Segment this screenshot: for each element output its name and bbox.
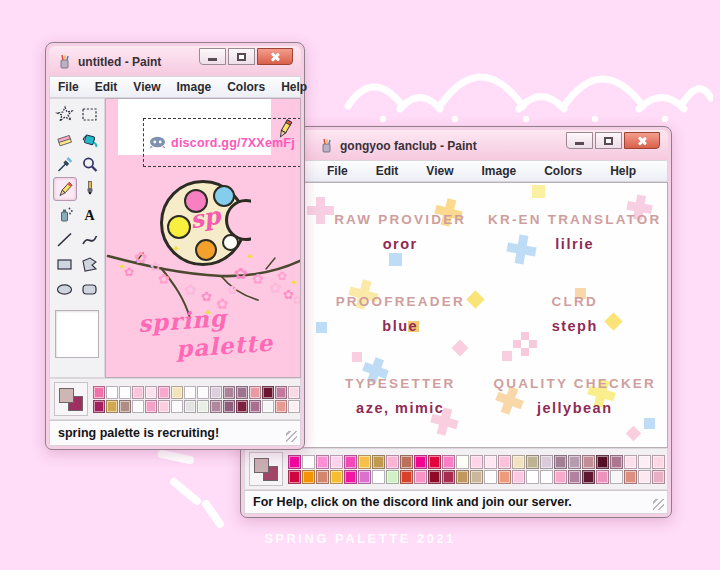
color-swatch[interactable] [414, 455, 427, 469]
tool-options-box[interactable] [55, 310, 99, 358]
tool-text[interactable]: A [78, 202, 102, 226]
color-swatch[interactable] [512, 455, 525, 469]
color-swatch[interactable] [93, 386, 105, 399]
color-swatch[interactable] [275, 386, 287, 399]
color-swatch[interactable] [184, 400, 196, 413]
color-swatch[interactable] [132, 386, 144, 399]
left-titlebar[interactable]: untitled - Paint [49, 46, 301, 76]
color-swatch[interactable] [372, 455, 385, 469]
close-button[interactable] [257, 48, 293, 65]
color-swatch[interactable] [456, 470, 469, 484]
tool-eraser[interactable] [53, 127, 77, 151]
color-swatch[interactable] [262, 400, 274, 413]
color-swatch[interactable] [330, 470, 343, 484]
tool-line[interactable] [53, 227, 77, 251]
menu-item-image[interactable]: Image [467, 164, 530, 178]
color-swatch[interactable] [106, 400, 118, 413]
tool-rectangle[interactable] [53, 252, 77, 276]
color-swatch[interactable] [145, 400, 157, 413]
color-swatch[interactable] [428, 455, 441, 469]
color-swatch[interactable] [236, 386, 248, 399]
color-swatch[interactable] [171, 386, 183, 399]
color-swatch[interactable] [610, 455, 623, 469]
color-swatch[interactable] [568, 455, 581, 469]
color-swatch[interactable] [197, 400, 209, 413]
color-swatch[interactable] [249, 386, 261, 399]
color-swatch[interactable] [400, 455, 413, 469]
color-swatch[interactable] [93, 400, 105, 413]
color-swatch[interactable] [484, 470, 497, 484]
color-swatch[interactable] [171, 400, 183, 413]
tool-pencil[interactable] [53, 177, 77, 201]
color-swatch[interactable] [456, 455, 469, 469]
maximize-button[interactable] [228, 48, 255, 65]
tool-polygon[interactable] [78, 252, 102, 276]
color-swatch[interactable] [596, 455, 609, 469]
menu-item-edit[interactable]: Edit [87, 80, 126, 94]
color-swatch[interactable] [358, 455, 371, 469]
resize-grip[interactable] [653, 499, 664, 510]
color-swatch[interactable] [554, 455, 567, 469]
color-swatch[interactable] [119, 386, 131, 399]
color-swatch[interactable] [302, 455, 315, 469]
menu-item-image[interactable]: Image [168, 80, 219, 94]
color-swatch[interactable] [414, 470, 427, 484]
color-swatch[interactable] [236, 400, 248, 413]
color-swatch[interactable] [344, 470, 357, 484]
color-swatch[interactable] [316, 455, 329, 469]
color-swatch[interactable] [470, 455, 483, 469]
color-swatch[interactable] [652, 455, 665, 469]
tool-fill[interactable] [78, 127, 102, 151]
maximize-button[interactable] [595, 132, 622, 149]
tool-rounded-rectangle[interactable] [78, 277, 102, 301]
right-titlebar[interactable]: gongyoo fanclub - Paint [244, 130, 668, 160]
menu-item-file[interactable]: File [313, 164, 362, 178]
color-swatch[interactable] [249, 400, 261, 413]
menu-item-help[interactable]: Help [273, 80, 315, 94]
color-swatch[interactable] [288, 455, 301, 469]
color-swatch[interactable] [262, 386, 274, 399]
color-swatch[interactable] [288, 470, 301, 484]
color-swatch[interactable] [158, 386, 170, 399]
color-swatch[interactable] [582, 470, 595, 484]
color-swatch[interactable] [210, 400, 222, 413]
color-swatch[interactable] [652, 470, 665, 484]
tool-ellipse[interactable] [53, 277, 77, 301]
minimize-button[interactable] [199, 48, 226, 65]
left-canvas[interactable]: discord.gg/7XXemFj sp [105, 98, 301, 378]
color-swatch[interactable] [288, 400, 300, 413]
color-swatch[interactable] [400, 470, 413, 484]
color-swatch[interactable] [275, 400, 287, 413]
right-canvas[interactable]: RAW PROVIDERororKR-EN TRANSLATORlilriePR… [244, 182, 668, 448]
color-swatch[interactable] [158, 400, 170, 413]
color-swatch[interactable] [554, 470, 567, 484]
color-swatch[interactable] [344, 455, 357, 469]
menu-item-view[interactable]: View [412, 164, 467, 178]
color-swatch[interactable] [442, 470, 455, 484]
color-swatch[interactable] [386, 470, 399, 484]
menu-item-colors[interactable]: Colors [219, 80, 273, 94]
tool-color-picker[interactable] [53, 152, 77, 176]
menu-item-help[interactable]: Help [596, 164, 650, 178]
tool-curve[interactable] [78, 227, 102, 251]
tool-airbrush[interactable] [53, 202, 77, 226]
tool-magnifier[interactable] [78, 152, 102, 176]
color-swatch[interactable] [582, 455, 595, 469]
color-swatch[interactable] [638, 470, 651, 484]
color-swatch[interactable] [624, 470, 637, 484]
tool-brush[interactable] [78, 177, 102, 201]
color-swatch[interactable] [302, 470, 315, 484]
color-swatch[interactable] [526, 470, 539, 484]
color-swatch[interactable] [132, 400, 144, 413]
menu-item-view[interactable]: View [125, 80, 168, 94]
color-swatch[interactable] [442, 455, 455, 469]
tool-free-form-select[interactable] [53, 102, 77, 126]
color-swatch[interactable] [638, 455, 651, 469]
color-swatch[interactable] [316, 470, 329, 484]
color-swatch[interactable] [386, 455, 399, 469]
color-swatch[interactable] [372, 470, 385, 484]
color-swatch[interactable] [540, 470, 553, 484]
color-swatch[interactable] [330, 455, 343, 469]
color-swatch[interactable] [145, 386, 157, 399]
color-swatch[interactable] [610, 470, 623, 484]
